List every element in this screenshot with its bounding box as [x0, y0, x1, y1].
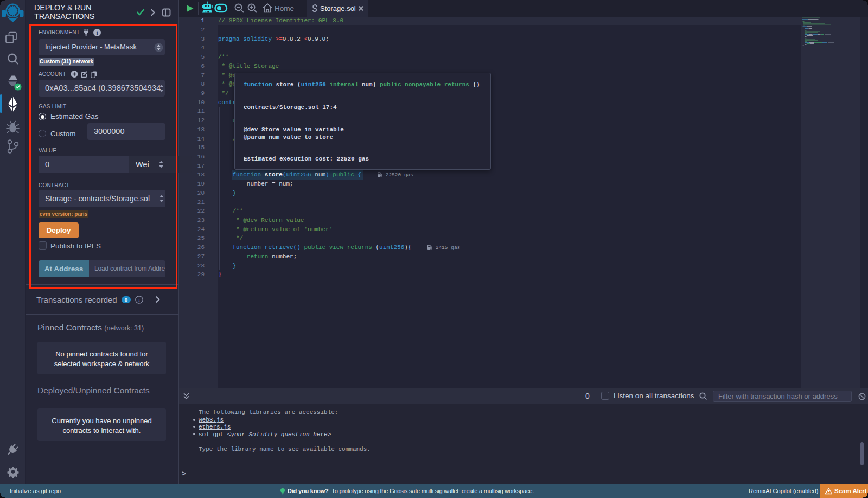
svg-text:i: i: [138, 297, 140, 303]
